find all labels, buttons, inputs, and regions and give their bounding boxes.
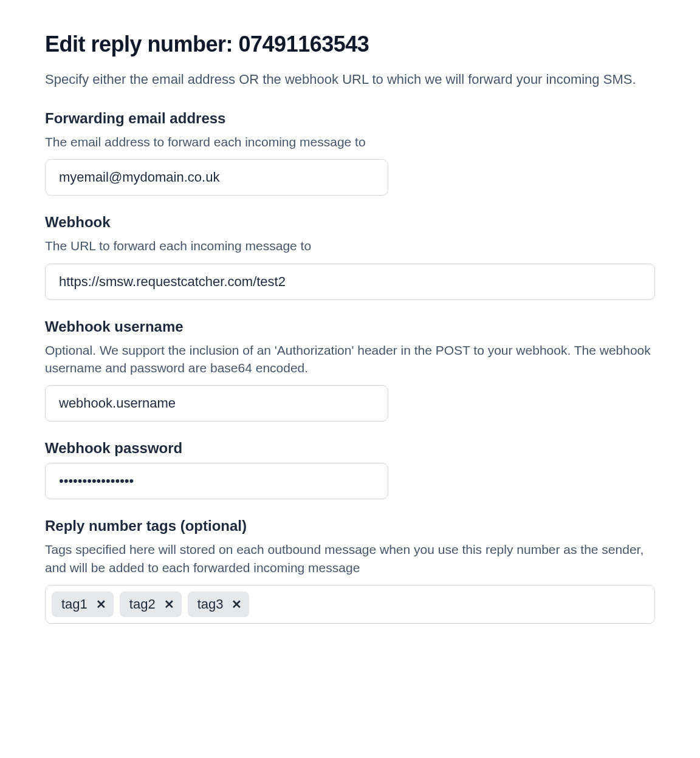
webhook-help: The URL to forward each incoming message… [45,237,655,254]
tag-chip-label: tag3 [197,596,224,612]
tags-help: Tags specified here will stored on each … [45,541,655,576]
tag-chip: tag1✕ [52,592,114,617]
webhook-username-group: Webhook username Optional. We support th… [45,318,655,422]
page-description: Specify either the email address OR the … [45,70,655,89]
webhook-group: Webhook The URL to forward each incoming… [45,214,655,299]
close-icon[interactable]: ✕ [164,598,174,610]
tag-chip: tag3✕ [188,592,250,617]
tags-group: Reply number tags (optional) Tags specif… [45,517,655,624]
close-icon[interactable]: ✕ [96,598,106,610]
forwarding-email-help: The email address to forward each incomi… [45,133,655,151]
webhook-password-input[interactable] [45,463,388,499]
webhook-username-label: Webhook username [45,318,655,335]
tags-input[interactable]: tag1✕tag2✕tag3✕ [45,585,655,624]
tag-chip: tag2✕ [120,592,182,617]
webhook-password-label: Webhook password [45,440,655,457]
forwarding-email-label: Forwarding email address [45,110,655,127]
page-title: Edit reply number: 07491163543 [45,32,655,57]
webhook-username-input[interactable] [45,385,388,422]
forwarding-email-input[interactable] [45,159,388,196]
tag-chip-label: tag2 [129,596,156,612]
close-icon[interactable]: ✕ [232,598,242,610]
webhook-label: Webhook [45,214,655,231]
tag-chip-label: tag1 [61,596,88,612]
webhook-password-group: Webhook password [45,440,655,499]
tags-label: Reply number tags (optional) [45,517,655,534]
webhook-input[interactable] [45,264,655,300]
edit-reply-number-panel: Edit reply number: 07491163543 Specify e… [0,0,700,758]
webhook-username-help: Optional. We support the inclusion of an… [45,341,655,377]
forwarding-email-group: Forwarding email address The email addre… [45,110,655,196]
